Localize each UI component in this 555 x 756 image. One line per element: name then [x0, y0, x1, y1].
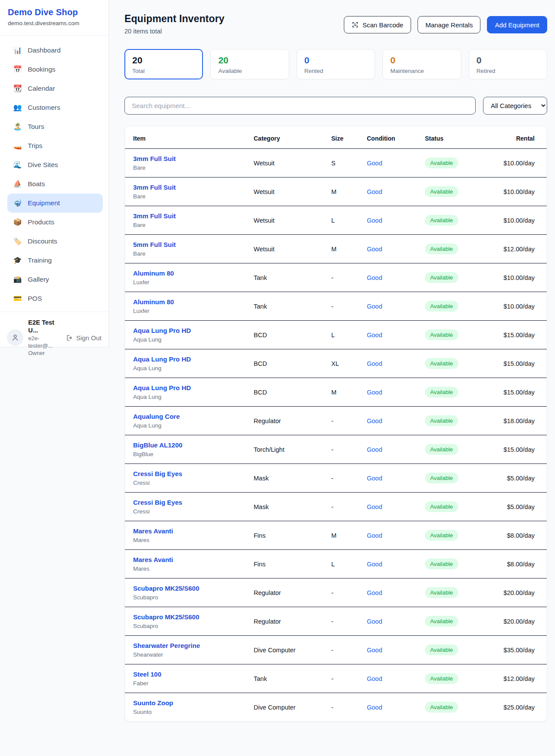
table-row: Scubapro MK25/S600 Scubapro Regulator - …: [125, 579, 547, 607]
item-name-link[interactable]: Cressi Big Eyes: [133, 499, 254, 506]
stat-card-maintenance[interactable]: 0 Maintenance: [382, 49, 461, 79]
tag-icon: 🏷️: [13, 237, 22, 246]
condition-link[interactable]: Good: [367, 704, 382, 711]
condition-link[interactable]: Good: [367, 246, 382, 253]
item-name-link[interactable]: Steel 100: [133, 671, 254, 678]
add-equipment-button[interactable]: Add Equipment: [487, 16, 547, 33]
condition-link[interactable]: Good: [367, 618, 382, 625]
status-badge: Available: [425, 215, 458, 226]
rental-price: $18.00/day: [503, 417, 535, 424]
item-brand: Bare: [133, 250, 254, 257]
equipment-table: Item Category Size Condition Status Rent…: [125, 126, 547, 721]
sidebar-item-customers[interactable]: 👥 Customers: [7, 98, 103, 117]
item-name-link[interactable]: BigBlue AL1200: [133, 441, 254, 449]
condition-link[interactable]: Good: [367, 303, 382, 310]
sidebar-item-label: Discounts: [28, 237, 57, 246]
condition-link[interactable]: Good: [367, 389, 382, 396]
condition-link[interactable]: Good: [367, 188, 382, 195]
status-badge: Available: [425, 673, 458, 684]
item-name-link[interactable]: Cressi Big Eyes: [133, 470, 254, 477]
rental-price: $15.00/day: [503, 360, 535, 367]
table-row: Aluminum 80 Luxfer Tank - Good Available…: [125, 292, 547, 321]
brand-name[interactable]: Demo Dive Shop: [8, 7, 101, 17]
item-name-link[interactable]: Scubapro MK25/S600: [133, 613, 254, 621]
sidebar-item-products[interactable]: 📦 Products: [7, 213, 103, 232]
stat-card-available[interactable]: 20 Available: [210, 49, 289, 79]
user-section: E2E Test U... e2e-tester@... Owner Sign …: [0, 312, 108, 363]
condition-link[interactable]: Good: [367, 503, 382, 510]
sidebar-item-boats[interactable]: ⛵ Boats: [7, 174, 103, 194]
item-name-link[interactable]: Aqua Lung Pro HD: [133, 384, 254, 391]
item-name-link[interactable]: Mares Avanti: [133, 556, 254, 563]
sidebar-item-trips[interactable]: 🚤 Trips: [7, 136, 103, 155]
search-input[interactable]: [124, 97, 476, 115]
sign-out-button[interactable]: Sign Out: [65, 334, 101, 342]
sidebar-item-tours[interactable]: 🏝️ Tours: [7, 117, 103, 136]
table-row: 3mm Full Suit Bare Wetsuit L Good Availa…: [125, 206, 547, 235]
item-brand: Luxfer: [133, 279, 254, 286]
scan-barcode-button[interactable]: Scan Barcode: [344, 16, 411, 33]
condition-link[interactable]: Good: [367, 360, 382, 367]
sidebar-item-label: Dive Sites: [28, 160, 58, 170]
condition-link[interactable]: Good: [367, 475, 382, 482]
speedboat-icon: 🚤: [13, 141, 22, 151]
category-filter-select[interactable]: All Categories: [483, 97, 547, 115]
condition-link[interactable]: Good: [367, 332, 382, 339]
item-name-link[interactable]: Aluminum 80: [133, 270, 254, 277]
item-name-link[interactable]: Aqualung Core: [133, 413, 254, 420]
status-badge: Available: [425, 272, 458, 283]
stat-card-total[interactable]: 20 Total: [124, 49, 203, 79]
bar-chart-icon: 📊: [13, 46, 22, 55]
item-name-link[interactable]: Suunto Zoop: [133, 699, 254, 707]
column-header-item: Item: [125, 126, 254, 149]
sidebar-item-label: Dashboard: [28, 46, 61, 55]
stat-card-rented[interactable]: 0 Rented: [297, 49, 375, 79]
rental-price: $12.00/day: [503, 675, 535, 682]
item-name-link[interactable]: 3mm Full Suit: [133, 155, 254, 162]
sidebar-item-pos[interactable]: 💳 POS: [7, 289, 103, 308]
condition-link[interactable]: Good: [367, 446, 382, 453]
user-texts: E2E Test U... e2e-tester@... Owner: [28, 319, 61, 357]
status-badge: Available: [425, 702, 458, 713]
rental-price: $8.00/day: [507, 532, 535, 539]
sidebar-item-gallery[interactable]: 📸 Gallery: [7, 270, 103, 289]
condition-link[interactable]: Good: [367, 217, 382, 224]
sidebar-item-dashboard[interactable]: 📊 Dashboard: [7, 41, 103, 60]
item-category: Tank: [254, 263, 331, 292]
sidebar-item-bookings[interactable]: 📅 Bookings: [7, 60, 103, 79]
item-name-link[interactable]: 5mm Full Suit: [133, 241, 254, 248]
stat-label-total: Total: [132, 68, 195, 74]
graduation-cap-icon: 🎓: [13, 256, 22, 265]
item-name-link[interactable]: 3mm Full Suit: [133, 184, 254, 191]
manage-rentals-button[interactable]: Manage Rentals: [418, 16, 480, 33]
sidebar-item-equipment[interactable]: 🤿 Equipment: [7, 194, 103, 213]
sidebar-item-training[interactable]: 🎓 Training: [7, 251, 103, 270]
condition-link[interactable]: Good: [367, 675, 382, 682]
rental-price: $10.00/day: [503, 188, 535, 195]
item-name-link[interactable]: Aqua Lung Pro HD: [133, 327, 254, 334]
condition-link[interactable]: Good: [367, 561, 382, 568]
item-name-link[interactable]: 3mm Full Suit: [133, 212, 254, 220]
item-name-link[interactable]: Mares Avanti: [133, 527, 254, 535]
condition-link[interactable]: Good: [367, 647, 382, 654]
sidebar-item-calendar[interactable]: 📆 Calendar: [7, 79, 103, 98]
item-name-link[interactable]: Aluminum 80: [133, 298, 254, 306]
stat-value-available: 20: [218, 55, 281, 66]
stat-card-retired[interactable]: 0 Retired: [469, 49, 547, 79]
rental-price: $35.00/day: [503, 647, 535, 654]
condition-link[interactable]: Good: [367, 160, 382, 167]
condition-link[interactable]: Good: [367, 532, 382, 539]
table-row: Aqua Lung Pro HD Aqua Lung BCD L Good Av…: [125, 321, 547, 349]
condition-link[interactable]: Good: [367, 589, 382, 596]
column-header-size: Size: [331, 126, 367, 149]
item-name-link[interactable]: Scubapro MK25/S600: [133, 585, 254, 592]
item-category: Wetsuit: [254, 177, 331, 206]
condition-link[interactable]: Good: [367, 417, 382, 424]
camera-icon: 📸: [13, 275, 22, 284]
stat-label-rented: Rented: [304, 68, 367, 74]
item-name-link[interactable]: Aqua Lung Pro HD: [133, 355, 254, 363]
item-name-link[interactable]: Shearwater Peregrine: [133, 642, 254, 649]
sidebar-item-discounts[interactable]: 🏷️ Discounts: [7, 232, 103, 251]
sidebar-item-dive-sites[interactable]: 🌊 Dive Sites: [7, 155, 103, 174]
condition-link[interactable]: Good: [367, 274, 382, 281]
